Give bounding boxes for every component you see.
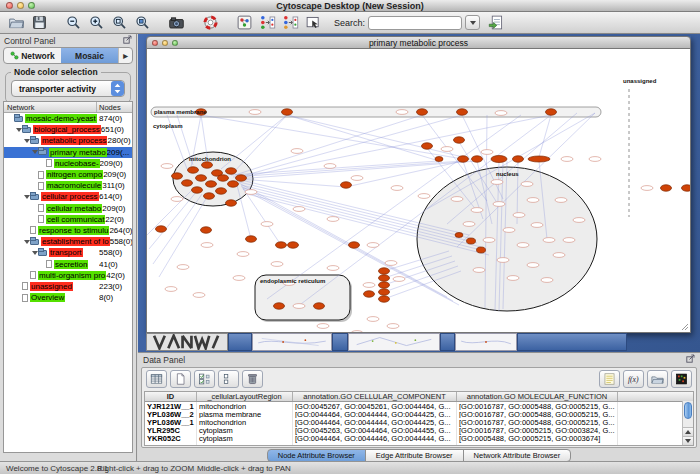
minimize-network-icon[interactable]: [162, 40, 168, 46]
table-vertical-scrollbar[interactable]: [682, 401, 693, 445]
network-window-titlebar[interactable]: primary metabolic process: [146, 36, 691, 49]
tree-row[interactable]: macromolecule311(0): [4, 180, 132, 191]
background-window-fragment[interactable]: [517, 333, 627, 351]
tree-row[interactable]: nucleobase-209(0): [4, 158, 132, 169]
tree-row[interactable]: biological_process651(0): [4, 124, 132, 135]
tree-row[interactable]: response to stimulu264(0): [4, 225, 132, 236]
cell-region: mitochondrion: [197, 443, 293, 446]
scrollbar-thumb[interactable]: [684, 402, 692, 419]
node-color-dropdown[interactable]: transporter activity: [11, 80, 125, 97]
attribute-table-row[interactable]: YLR295Ccytoplasm[GO:0045263, GO:0044464,…: [145, 427, 693, 435]
close-window-icon[interactable]: [6, 2, 13, 9]
cell-cellular-component: [GO:0044464, GO:0044444, GO:0044425, G..…: [293, 418, 457, 426]
zoom-selected-button[interactable]: [132, 13, 153, 32]
background-window-fragment[interactable]: [146, 333, 228, 351]
tree-row[interactable]: establishment of lo558(0): [4, 236, 132, 247]
network-canvas[interactable]: plasma membranecytoplasmmitochondrionnuc…: [146, 49, 691, 333]
disclosure-triangle-icon[interactable]: [31, 251, 38, 255]
column-header-id[interactable]: ID: [145, 392, 197, 401]
background-window-fragment[interactable]: [252, 333, 332, 351]
snapshot-button[interactable]: [166, 13, 187, 32]
tree-row[interactable]: secretion41(0): [4, 258, 132, 269]
column-header-cellular-component[interactable]: annotation.GO CELLULAR_COMPONENT: [293, 392, 457, 401]
column-header-molecular-function[interactable]: annotation.GO MOLECULAR_FUNCTION: [457, 392, 618, 401]
tree-column-nodes[interactable]: Nodes: [97, 103, 132, 112]
tree-row[interactable]: nitrogen compo209(0): [4, 169, 132, 180]
snapshot-icon: [168, 14, 185, 31]
tab-mosaic[interactable]: Mosaic: [61, 48, 118, 63]
layout-settings-button[interactable]: [257, 13, 278, 32]
chevron-down-icon: [470, 21, 476, 25]
tree-row[interactable]: cellular process614(0): [4, 191, 132, 202]
attribute-table-row[interactable]: YPL036W__2plasma membrane[GO:0044464, GO…: [145, 410, 693, 418]
layout-run-button[interactable]: [280, 13, 301, 32]
zoom-window-icon[interactable]: [28, 2, 35, 9]
disclosure-triangle-icon[interactable]: [23, 139, 30, 143]
vizmapper-button[interactable]: [234, 13, 255, 32]
unselect-attributes-button[interactable]: [218, 370, 239, 388]
background-window-fragment[interactable]: [332, 333, 348, 351]
import-attributes-button[interactable]: [647, 370, 668, 388]
background-window-fragment[interactable]: [440, 333, 455, 351]
status-welcome: Welcome to Cytoscape 2.8.1: [6, 464, 108, 473]
tree-column-network[interactable]: Network: [4, 102, 97, 112]
attribute-matrix-button[interactable]: [671, 370, 692, 388]
new-attribute-button[interactable]: [170, 370, 191, 388]
gene-label: [497, 258, 509, 263]
zoom-fit-button[interactable]: [109, 13, 130, 32]
float-data-panel-icon[interactable]: [686, 354, 695, 365]
column-header-region[interactable]: _cellularLayoutRegion: [197, 392, 293, 401]
scroll-up-button[interactable]: [683, 427, 693, 436]
import-table-button[interactable]: [486, 13, 507, 32]
background-window-fragment[interactable]: [228, 333, 252, 351]
delete-attribute-button[interactable]: [242, 370, 263, 388]
tree-row-node-count: 8(0): [99, 293, 132, 302]
zoom-out-button[interactable]: [63, 13, 84, 32]
gene-label: [327, 217, 339, 222]
open-folder-button[interactable]: [6, 13, 27, 32]
disclosure-triangle-icon[interactable]: [31, 150, 38, 154]
attribute-table-row[interactable]: YDR039C__1mitochondrion[GO:0044464, GO:0…: [145, 443, 693, 446]
tab-overflow-button[interactable]: ▶: [118, 48, 132, 63]
tree-row[interactable]: primary metabo209(...: [4, 147, 132, 158]
new-attribute-icon: [173, 372, 188, 386]
save-button[interactable]: [29, 13, 50, 32]
tree-row[interactable]: unassigned223(0): [4, 281, 132, 292]
search-input[interactable]: [368, 16, 462, 30]
search-options-dropdown[interactable]: [465, 15, 480, 30]
select-attributes-button[interactable]: [194, 370, 215, 388]
attribute-table-row[interactable]: YPL036W__1mitochondrion[GO:0044464, GO:0…: [145, 418, 693, 426]
background-window-fragment[interactable]: [348, 333, 440, 351]
scroll-down-button[interactable]: [683, 436, 693, 445]
gene-label: [391, 186, 403, 191]
attribute-table-row[interactable]: YKR052Ccytoplasm[GO:0044464, GO:0044446,…: [145, 435, 693, 443]
background-window-fragment[interactable]: [455, 333, 517, 351]
disclosure-triangle-icon[interactable]: [15, 128, 22, 132]
app-titlebar[interactable]: Cytoscape Desktop (New Session): [0, 0, 700, 12]
tree-row[interactable]: mosaic-demo-yeast874(0): [4, 113, 132, 124]
tab-network[interactable]: Network: [4, 48, 61, 63]
zoom-network-icon[interactable]: [172, 40, 178, 46]
float-panel-icon[interactable]: [123, 35, 132, 46]
gene-node: [341, 182, 352, 189]
tree-row[interactable]: Overview8(0): [4, 292, 132, 303]
gene-label: [527, 263, 539, 268]
minimize-window-icon[interactable]: [17, 2, 24, 9]
formula-builder-button[interactable]: f(x): [623, 370, 644, 388]
attribute-table-row[interactable]: YJR121W__1mitochondrion[GO:0045267, GO:0…: [145, 402, 693, 410]
help-button[interactable]: [200, 13, 221, 32]
attribute-editor-button[interactable]: [599, 370, 620, 388]
cell-id: YPL036W__2: [145, 410, 197, 418]
select-mode-button[interactable]: [303, 13, 324, 32]
gene-label: [393, 277, 405, 282]
tree-row[interactable]: metabolic process280(0): [4, 135, 132, 146]
close-network-icon[interactable]: [152, 40, 158, 46]
tree-row[interactable]: cell communicat22(0): [4, 214, 132, 225]
disclosure-triangle-icon[interactable]: [23, 240, 30, 244]
tree-row[interactable]: multi-organism pro42(0): [4, 270, 132, 281]
tree-row[interactable]: transport558(0): [4, 247, 132, 258]
disclosure-triangle-icon[interactable]: [23, 195, 30, 199]
attribute-table-button[interactable]: [146, 370, 167, 388]
tree-row[interactable]: cellular metabo209(0): [4, 203, 132, 214]
zoom-in-button[interactable]: [86, 13, 107, 32]
